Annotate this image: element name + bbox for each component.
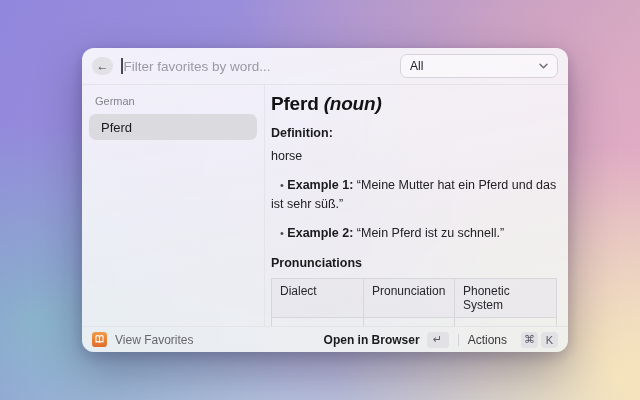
chevron-down-icon	[539, 63, 548, 69]
table-header-row: Dialect Pronunciation Phonetic System	[272, 279, 557, 318]
search-input[interactable]	[123, 59, 401, 74]
open-book-icon	[92, 332, 107, 347]
example-label: Example 2:	[287, 226, 353, 240]
example-text: “Mein Pferd ist zu schnell.”	[357, 226, 504, 240]
cell-pronunciation: /pfe:rt/, [(p)fe:ɐ̯t], /fe:rt/, [fe:ɐ̯t]…	[364, 318, 455, 327]
entry-word: Pferd	[271, 93, 319, 114]
table-row: - /pfe:rt/, [(p)fe:ɐ̯t], /fe:rt/, [fe:ɐ̯…	[272, 318, 557, 327]
return-key-icon: ↵	[427, 332, 449, 348]
k-key-icon: K	[541, 332, 558, 348]
entry-part-of-speech: (noun)	[324, 93, 382, 114]
app-window: ← All German Pferd Pferd (noun) Definiti	[82, 48, 568, 352]
filter-dropdown-value: All	[410, 59, 539, 73]
cell-phonetic-system: ipa	[455, 318, 557, 327]
example-item: • Example 2: “Mein Pferd ist zu schnell.…	[271, 224, 557, 243]
detail-pane: Pferd (noun) Definition: horse • Example…	[265, 85, 568, 326]
sidebar-section-label: German	[89, 93, 257, 114]
pronunciations-heading: Pronunciations	[271, 256, 557, 270]
pronunciations-table: Dialect Pronunciation Phonetic System - …	[271, 278, 557, 326]
col-header-pronunciation: Pronunciation	[364, 279, 455, 318]
example-item: • Example 1: “Meine Mutter hat ein Pferd…	[271, 176, 557, 214]
bullet-icon: •	[280, 227, 284, 239]
open-in-browser-button[interactable]: Open in Browser	[324, 333, 420, 347]
window-body: German Pferd Pferd (noun) Definition: ho…	[82, 85, 568, 326]
back-button[interactable]: ←	[92, 57, 113, 75]
sidebar-item-pferd[interactable]: Pferd	[89, 114, 257, 140]
header: ← All	[82, 48, 568, 85]
filter-dropdown[interactable]: All	[400, 54, 558, 78]
actions-button[interactable]: Actions	[468, 333, 507, 347]
definition-heading: Definition:	[271, 126, 557, 140]
definition-text: horse	[271, 149, 557, 163]
bullet-icon: •	[280, 179, 284, 191]
col-header-phonetic-system: Phonetic System	[455, 279, 557, 318]
footer-divider	[458, 334, 459, 346]
action-bar: View Favorites Open in Browser ↵ Actions…	[82, 326, 568, 352]
cell-dialect: -	[272, 318, 364, 327]
command-key-icon: ⌘	[521, 332, 538, 348]
search-field[interactable]	[121, 58, 400, 74]
example-label: Example 1:	[287, 178, 353, 192]
back-arrow-icon: ←	[97, 59, 109, 73]
entry-title: Pferd (noun)	[271, 93, 557, 115]
command-title: View Favorites	[115, 333, 193, 347]
col-header-dialect: Dialect	[272, 279, 364, 318]
sidebar: German Pferd	[82, 85, 265, 326]
sidebar-item-label: Pferd	[101, 120, 132, 135]
